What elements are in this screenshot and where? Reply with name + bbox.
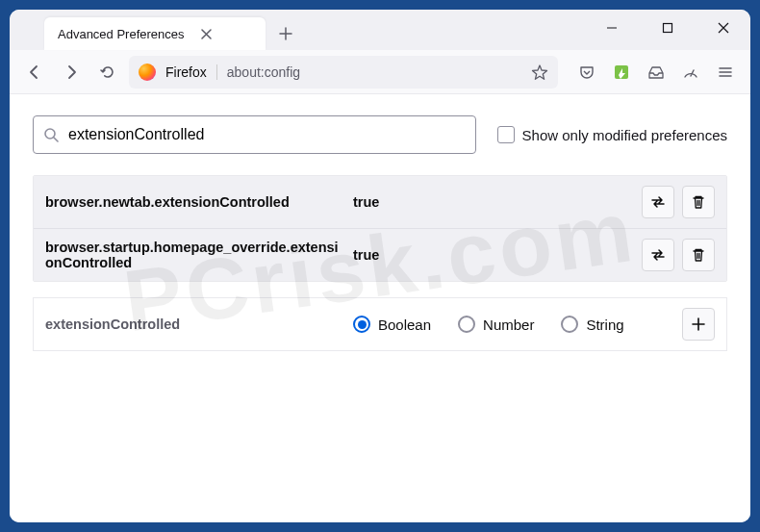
tab-active[interactable]: Advanced Preferences (44, 17, 266, 50)
toggle-icon (649, 193, 667, 211)
close-icon (718, 22, 729, 34)
downloads-button[interactable] (675, 57, 706, 88)
radio-label: String (586, 317, 623, 333)
pref-value: true (353, 194, 632, 210)
type-boolean[interactable]: Boolean (353, 316, 431, 333)
pref-name: browser.startup.homepage_override.extens… (45, 240, 343, 270)
new-pref-row: extensionControlled Boolean Number Strin… (33, 297, 727, 351)
type-radio-group: Boolean Number String (353, 316, 672, 333)
url-brand: Firefox (165, 64, 217, 80)
reload-button[interactable] (92, 57, 123, 88)
close-tab-button[interactable] (198, 25, 215, 42)
browser-window: Advanced Preferences (10, 10, 750, 522)
arrow-left-icon (26, 63, 43, 81)
pref-row: browser.newtab.extensionControlled true (34, 176, 726, 228)
tab-strip: Advanced Preferences (10, 10, 750, 50)
star-icon (531, 63, 548, 81)
plus-icon (279, 27, 292, 40)
search-box[interactable] (33, 115, 476, 154)
radio-icon (353, 316, 370, 333)
trash-icon (691, 247, 706, 263)
url-text: about:config (227, 64, 300, 80)
extension-button[interactable] (606, 57, 637, 88)
new-pref-name: extensionControlled (45, 317, 343, 332)
app-menu-button[interactable] (710, 57, 741, 88)
pref-value: true (353, 247, 632, 263)
radio-icon (561, 316, 578, 333)
gauge-icon (682, 63, 699, 81)
type-number[interactable]: Number (458, 316, 534, 333)
tab-title: Advanced Preferences (58, 27, 185, 41)
bookmark-button[interactable] (531, 63, 548, 81)
delete-button[interactable] (682, 239, 715, 271)
extension-icon (613, 63, 630, 81)
minimize-button[interactable] (593, 13, 631, 42)
new-tab-button[interactable] (271, 19, 300, 48)
arrow-right-icon (63, 63, 80, 81)
add-pref-button[interactable] (682, 308, 715, 341)
inbox-icon (647, 63, 665, 81)
search-icon (43, 127, 59, 142)
checkbox-icon (497, 126, 515, 143)
delete-button[interactable] (682, 186, 715, 218)
pref-name: browser.newtab.extensionControlled (45, 194, 343, 210)
svg-rect-0 (664, 24, 672, 33)
url-bar[interactable]: Firefox about:config (129, 56, 558, 89)
account-button[interactable] (641, 57, 671, 88)
plus-icon (691, 317, 706, 332)
trash-icon (691, 194, 706, 210)
radio-icon (458, 316, 475, 333)
pocket-button[interactable] (571, 57, 602, 88)
reload-icon (99, 63, 116, 81)
pref-actions (642, 186, 715, 218)
prefs-list: browser.newtab.extensionControlled true … (33, 175, 727, 282)
type-string[interactable]: String (561, 316, 623, 333)
search-row: Show only modified preferences (33, 115, 727, 154)
toggle-button[interactable] (642, 186, 674, 218)
hamburger-icon (717, 63, 734, 81)
toggle-icon (649, 246, 667, 264)
maximize-icon (662, 22, 673, 34)
nav-toolbar: Firefox about:config (10, 50, 750, 94)
minimize-icon (606, 22, 618, 34)
maximize-button[interactable] (648, 13, 687, 42)
radio-label: Number (483, 317, 534, 333)
pref-row: browser.startup.homepage_override.extens… (34, 228, 726, 281)
window-controls (593, 13, 743, 42)
forward-button[interactable] (56, 57, 87, 88)
close-window-button[interactable] (704, 13, 743, 42)
toggle-button[interactable] (642, 239, 674, 271)
config-content: Show only modified preferences browser.n… (10, 94, 750, 522)
search-input[interactable] (68, 126, 466, 143)
modified-only-toggle[interactable]: Show only modified preferences (497, 126, 727, 143)
pocket-icon (578, 63, 595, 81)
pref-actions (642, 239, 715, 271)
modified-only-label: Show only modified preferences (522, 127, 727, 143)
firefox-logo-icon (139, 63, 156, 81)
back-button[interactable] (19, 57, 50, 88)
radio-label: Boolean (378, 317, 431, 333)
toolbar-right (571, 57, 741, 88)
close-icon (201, 29, 212, 39)
